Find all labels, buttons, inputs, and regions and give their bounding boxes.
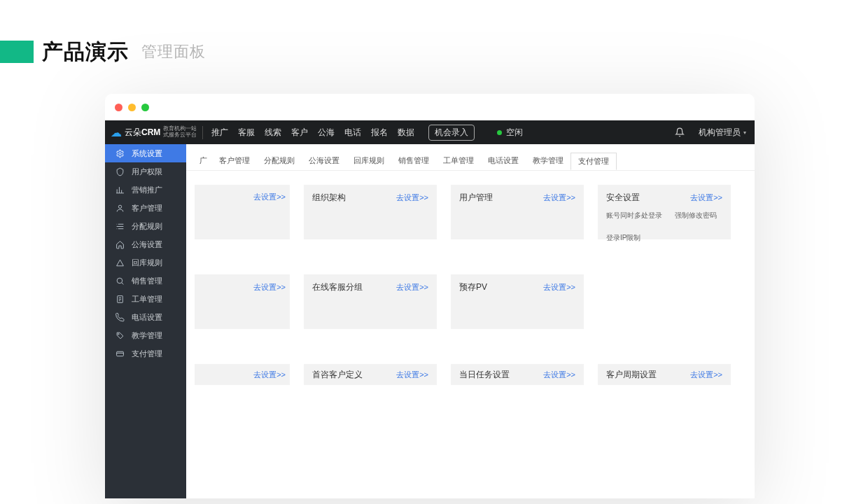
nav-item[interactable]: 电话 [344, 127, 361, 139]
go-settings-link[interactable]: 去设置>> [253, 282, 286, 293]
nav-item[interactable]: 公海 [318, 127, 335, 139]
brand-name: 云朵CRM [125, 127, 160, 139]
go-settings-link[interactable]: 去设置>> [690, 370, 722, 380]
cloud-icon: ☁ [111, 126, 122, 139]
slide-title: 产品演示 [42, 38, 129, 66]
status-dot-icon [497, 130, 502, 135]
settings-card: 当日任务设置 去设置>> [451, 364, 584, 385]
settings-card: 首咨客户定义 去设置>> [304, 364, 437, 385]
phone-icon [115, 312, 125, 322]
sidebar-item-person[interactable]: 客户管理 [105, 199, 186, 217]
sidebar-item-label: 公海设置 [132, 239, 162, 250]
tab-item[interactable]: 回库规则 [346, 153, 391, 169]
sidebar-item-chart[interactable]: 营销推广 [105, 181, 186, 199]
accent-bar [0, 41, 34, 63]
settings-card: 预存PV 去设置>> [451, 274, 584, 329]
mac-window-bar [105, 94, 755, 120]
sidebar-item-gear[interactable]: 系统设置 [105, 144, 186, 162]
settings-card: 则 去设置>> [195, 364, 290, 385]
tab-item[interactable]: 公海设置 [302, 153, 346, 169]
record-button[interactable]: 机会录入 [428, 125, 475, 141]
search-icon [115, 276, 125, 286]
gear-icon [115, 148, 125, 158]
settings-card: 去设置>> [195, 185, 290, 239]
brand-logo[interactable]: ☁ 云朵CRM 教育机构一站 式服务云平台 [111, 126, 203, 139]
sidebar-item-house[interactable]: 公海设置 [105, 235, 186, 253]
tab-item[interactable]: 教学管理 [526, 153, 570, 169]
user-name: 机构管理员 [699, 127, 741, 139]
sidebar-item-label: 销售管理 [132, 276, 162, 286]
card-title: 安全设置 [606, 192, 640, 204]
sidebar-item-label: 回库规则 [132, 258, 162, 268]
sidebar-item-card[interactable]: 支付管理 [105, 344, 186, 363]
go-settings-link[interactable]: 去设置>> [543, 370, 575, 380]
go-settings-link[interactable]: 去设置>> [253, 370, 286, 380]
close-icon[interactable] [115, 104, 122, 111]
card-icon [115, 349, 125, 358]
tab-item[interactable]: 广 [195, 153, 212, 169]
card-title: 用户管理 [459, 192, 493, 204]
sidebar-item-tag[interactable]: 教学管理 [105, 326, 186, 344]
status-text: 空闲 [506, 127, 523, 139]
tab-item[interactable]: 工单管理 [436, 153, 481, 169]
maximize-icon[interactable] [141, 104, 149, 111]
topbar: ☁ 云朵CRM 教育机构一站 式服务云平台 推广 客服 线索 客户 公海 电话 … [105, 120, 755, 144]
sidebar-item-label: 分配规则 [132, 221, 162, 232]
nav-item[interactable]: 客户 [291, 127, 308, 139]
go-settings-link[interactable]: 去设置>> [543, 192, 575, 203]
go-settings-link[interactable]: 去设置>> [396, 370, 428, 380]
go-settings-link[interactable]: 去设置>> [543, 282, 575, 293]
card-tag: 强制修改密码 [675, 211, 717, 220]
tab-item[interactable]: 支付管理 [570, 153, 617, 170]
rule-icon [115, 221, 125, 231]
settings-card: 组织架构 去设置>> [304, 185, 437, 239]
slide-subtitle: 管理面板 [141, 41, 206, 62]
status-indicator: 空闲 [497, 127, 523, 139]
settings-card: 置 去设置>> [195, 274, 290, 329]
nav-item[interactable]: 报名 [371, 127, 388, 139]
tri-icon [115, 258, 125, 267]
go-settings-link[interactable]: 去设置>> [396, 282, 428, 293]
card-title: 组织架构 [312, 192, 346, 204]
tab-item[interactable]: 销售管理 [391, 153, 436, 169]
sidebar-item-tri[interactable]: 回库规则 [105, 253, 186, 272]
nav-item[interactable]: 数据 [398, 127, 414, 139]
nav-item[interactable]: 线索 [265, 127, 281, 139]
top-nav: 推广 客服 线索 客户 公海 电话 报名 数据 机会录入 [211, 125, 475, 141]
card-title: 首咨客户定义 [312, 369, 363, 381]
sidebar-item-phone[interactable]: 电话设置 [105, 308, 186, 326]
sidebar-item-label: 系统设置 [132, 148, 162, 159]
tabs: 广 客户管理 分配规则 公海设置 回库规则 销售管理 工单管理 电话设置 教学管… [186, 144, 755, 171]
sidebar-item-label: 支付管理 [132, 349, 162, 359]
tab-item[interactable]: 电话设置 [481, 153, 526, 169]
bell-icon[interactable] [675, 127, 685, 137]
nav-item[interactable]: 推广 [211, 127, 228, 139]
sidebar-item-label: 教学管理 [132, 330, 162, 341]
sidebar-item-shield[interactable]: 用户权限 [105, 162, 186, 181]
sidebar-item-label: 电话设置 [132, 312, 162, 323]
go-settings-link[interactable]: 去设置>> [253, 192, 286, 202]
tab-item[interactable]: 分配规则 [257, 153, 302, 169]
go-settings-link[interactable]: 去设置>> [396, 192, 428, 203]
tab-item[interactable]: 客户管理 [212, 153, 257, 169]
chevron-down-icon: ▾ [743, 130, 746, 136]
chart-icon [115, 185, 125, 195]
card-tag: 账号同时多处登录 [606, 211, 662, 220]
card-title: 在线客服分组 [312, 281, 363, 293]
doc-icon [115, 294, 125, 304]
sidebar: 系统设置用户权限营销推广客户管理分配规则公海设置回库规则销售管理工单管理电话设置… [105, 144, 186, 498]
sidebar-item-label: 营销推广 [132, 185, 162, 195]
brand-tagline: 教育机构一站 式服务云平台 [163, 126, 197, 139]
nav-item[interactable]: 客服 [238, 127, 255, 139]
settings-card: 用户管理 去设置>> [451, 185, 584, 239]
app-window: ☁ 云朵CRM 教育机构一站 式服务云平台 推广 客服 线索 客户 公海 电话 … [105, 120, 755, 498]
sidebar-item-doc[interactable]: 工单管理 [105, 290, 186, 308]
card-tag: 登录IP限制 [606, 233, 640, 243]
sidebar-item-search[interactable]: 销售管理 [105, 272, 186, 290]
settings-panel: 去设置>> 组织架构 去设置>> 用户管理 去设置>> 安全设置 去设置>> 账… [186, 171, 755, 385]
user-menu[interactable]: 机构管理员 ▾ [699, 127, 746, 139]
house-icon [115, 239, 125, 249]
minimize-icon[interactable] [128, 104, 136, 111]
go-settings-link[interactable]: 去设置>> [690, 192, 722, 203]
sidebar-item-rule[interactable]: 分配规则 [105, 217, 186, 235]
